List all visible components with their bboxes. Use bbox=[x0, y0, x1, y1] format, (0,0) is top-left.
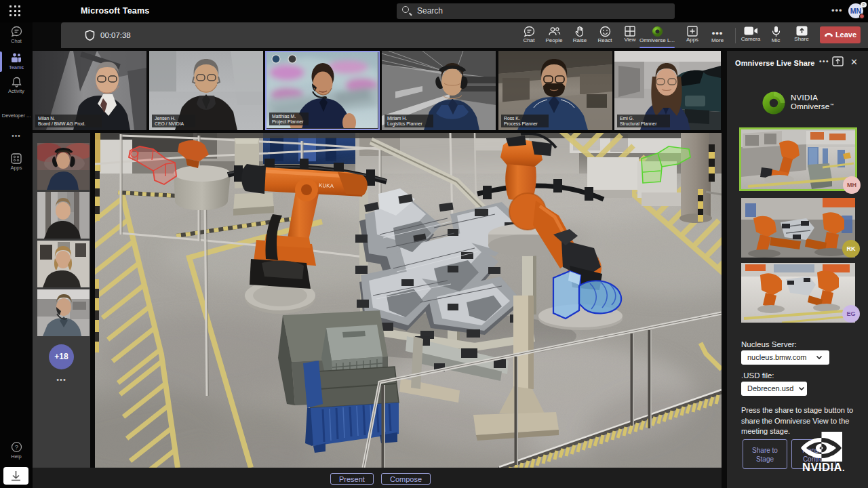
svg-text:NVIDIA.: NVIDIA. bbox=[802, 461, 845, 473]
svg-text:KUKA: KUKA bbox=[319, 182, 334, 189]
svg-text:Logistics Planner: Logistics Planner bbox=[387, 121, 422, 127]
svg-text:Miriam H.: Miriam H. bbox=[387, 116, 407, 121]
svg-text:Matthias M.: Matthias M. bbox=[272, 114, 296, 119]
svg-text:Ross K.: Ross K. bbox=[504, 116, 520, 121]
svg-text:Milan N.: Milan N. bbox=[38, 116, 55, 121]
svg-text:Board / BMW AG Prod.: Board / BMW AG Prod. bbox=[38, 121, 85, 126]
svg-text:?: ? bbox=[14, 443, 18, 451]
svg-text:Emi G.: Emi G. bbox=[620, 116, 634, 121]
svg-text:CEO / NVIDIA: CEO / NVIDIA bbox=[155, 121, 184, 126]
svg-text:Project Planner: Project Planner bbox=[272, 119, 304, 125]
svg-text:Jensen H.: Jensen H. bbox=[155, 116, 176, 121]
svg-text:Structural Planner: Structural Planner bbox=[620, 121, 657, 126]
svg-text:Process Planner: Process Planner bbox=[504, 121, 538, 126]
